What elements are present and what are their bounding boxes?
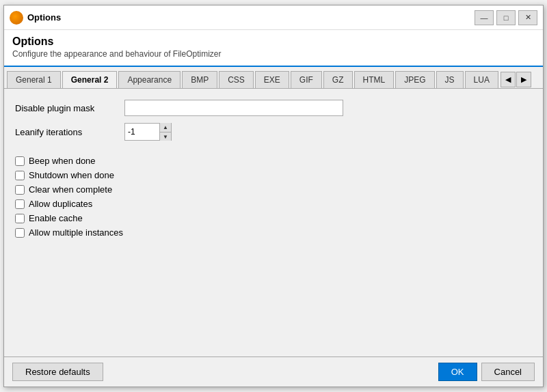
tab-gif[interactable]: GIF [291, 71, 322, 88]
allow-multiple-instances-label[interactable]: Allow multiple instances [29, 227, 123, 238]
options-window: Options — □ ✕ Options Configure the appe… [3, 5, 544, 387]
app-icon [10, 11, 23, 25]
spinner-up-button[interactable]: ▲ [160, 123, 171, 132]
enable-cache-row: Enable cache [15, 213, 532, 223]
minimize-button[interactable]: — [475, 10, 494, 25]
tab-lua[interactable]: LUA [465, 71, 498, 88]
enable-cache-label[interactable]: Enable cache [29, 213, 83, 223]
tab-general1[interactable]: General 1 [7, 71, 61, 88]
shutdown-when-done-checkbox[interactable] [15, 171, 25, 180]
tab-jpeg[interactable]: JPEG [395, 71, 434, 88]
tab-appearance[interactable]: Appearance [118, 71, 181, 88]
beep-when-done-row: Beep when done [15, 156, 532, 166]
title-bar: Options — □ ✕ [4, 5, 543, 30]
beep-when-done-checkbox[interactable] [15, 156, 25, 166]
shutdown-when-done-label[interactable]: Shutdown when done [29, 170, 114, 180]
leanify-iterations-label: Leanify iterations [15, 127, 124, 137]
enable-cache-checkbox[interactable] [15, 214, 25, 223]
beep-when-done-label[interactable]: Beep when done [29, 156, 96, 166]
header: Options Configure the appearance and beh… [4, 30, 543, 67]
tab-nav-next[interactable]: ▶ [516, 72, 531, 87]
maximize-button[interactable]: □ [496, 10, 516, 25]
leanify-iterations-input[interactable] [125, 124, 159, 140]
title-bar-controls: — □ ✕ [475, 10, 537, 25]
tab-html[interactable]: HTML [354, 71, 395, 88]
spinner-buttons: ▲ ▼ [159, 123, 171, 141]
tab-general2[interactable]: General 2 [62, 71, 118, 89]
clear-when-complete-checkbox[interactable] [15, 185, 25, 195]
page-title: Options [12, 36, 535, 48]
footer: Restore defaults OK Cancel [4, 356, 543, 387]
cancel-button[interactable]: Cancel [481, 363, 535, 381]
tabs-bar: General 1 General 2 Appearance BMP CSS E… [4, 67, 543, 89]
tab-exe[interactable]: EXE [255, 71, 289, 88]
clear-when-complete-row: Clear when complete [15, 184, 532, 195]
tab-js[interactable]: JS [436, 71, 464, 88]
tab-nav-prev[interactable]: ◀ [501, 72, 516, 87]
footer-right: OK Cancel [438, 363, 535, 381]
disable-plugin-mask-input[interactable] [124, 100, 343, 116]
allow-duplicates-row: Allow duplicates [15, 199, 532, 209]
close-button[interactable]: ✕ [518, 10, 537, 25]
page-subtitle: Configure the appearance and behaviour o… [12, 49, 535, 59]
allow-multiple-instances-row: Allow multiple instances [15, 227, 532, 238]
tab-bmp[interactable]: BMP [182, 71, 217, 88]
clear-when-complete-label[interactable]: Clear when complete [29, 184, 112, 195]
shutdown-when-done-row: Shutdown when done [15, 170, 532, 180]
tab-css[interactable]: CSS [219, 71, 254, 88]
ok-button[interactable]: OK [438, 363, 477, 381]
spinner-down-button[interactable]: ▼ [160, 132, 171, 141]
leanify-iterations-row: Leanify iterations ▲ ▼ [15, 123, 532, 141]
allow-duplicates-label[interactable]: Allow duplicates [29, 199, 92, 209]
disable-plugin-mask-row: Disable plugin mask [15, 100, 532, 116]
tab-gz[interactable]: GZ [323, 71, 353, 88]
divider [15, 148, 532, 156]
restore-defaults-button[interactable]: Restore defaults [12, 363, 103, 381]
allow-duplicates-checkbox[interactable] [15, 199, 25, 209]
leanify-iterations-spinner: ▲ ▼ [124, 123, 172, 141]
disable-plugin-mask-label: Disable plugin mask [15, 103, 124, 113]
window-title: Options [27, 12, 475, 23]
allow-multiple-instances-checkbox[interactable] [15, 228, 25, 238]
content-area: Disable plugin mask Leanify iterations ▲… [4, 89, 543, 356]
